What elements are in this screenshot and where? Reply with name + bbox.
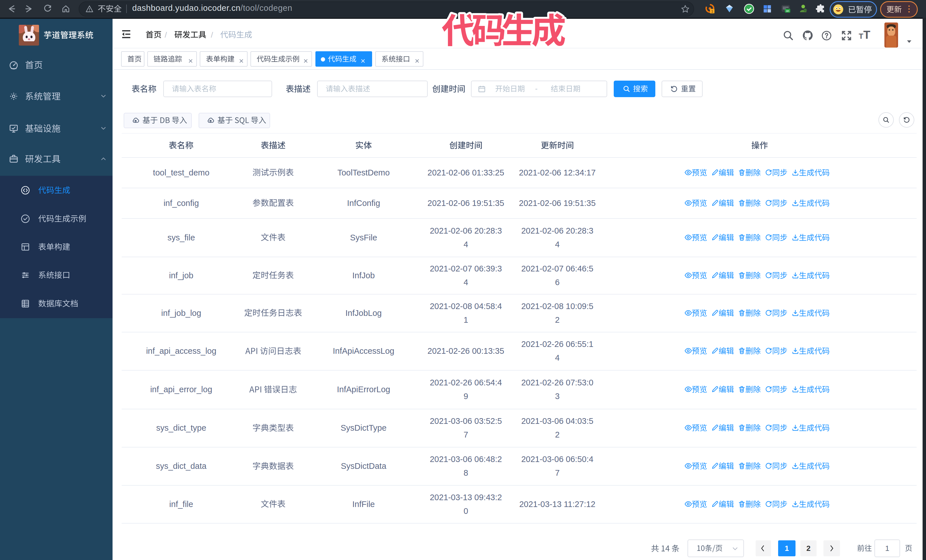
svg-text:1: 1 (711, 9, 713, 14)
svg-text:on: on (786, 9, 789, 12)
